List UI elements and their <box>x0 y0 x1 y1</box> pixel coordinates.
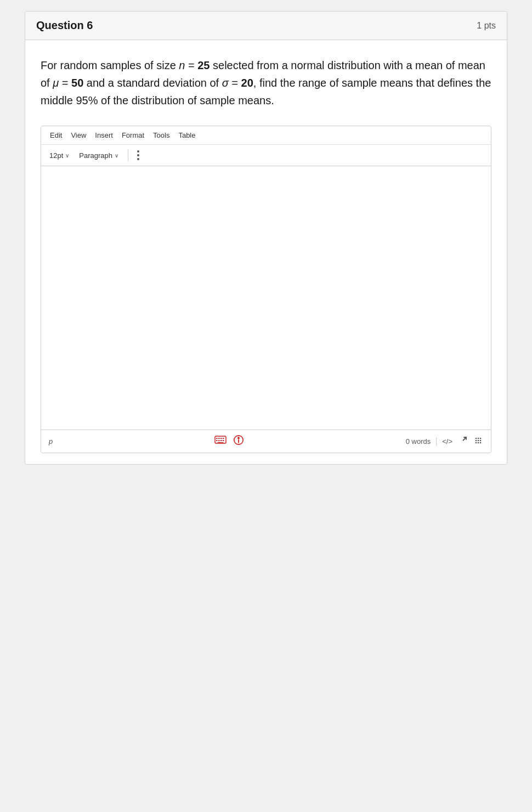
font-size-value: 12pt <box>49 151 63 160</box>
editor-container: Edit View Insert Format Tools Table 12pt… <box>41 126 491 453</box>
menu-format[interactable]: Format <box>118 129 148 141</box>
math-sigma: σ <box>222 77 229 89</box>
svg-rect-7 <box>220 440 222 441</box>
svg-point-17 <box>476 439 477 441</box>
math-mu: μ <box>53 77 59 89</box>
footer-center <box>214 435 244 448</box>
paragraph-value: Paragraph <box>79 151 112 160</box>
question-body: For random samples of size n = 25 select… <box>25 40 507 464</box>
svg-rect-6 <box>218 440 220 441</box>
svg-point-19 <box>480 439 482 441</box>
font-size-chevron: ∨ <box>65 153 69 159</box>
question-header: Question 6 1 pts <box>25 12 507 40</box>
svg-rect-8 <box>223 440 224 441</box>
svg-point-20 <box>476 442 477 443</box>
math-sigma-val: 20 <box>241 77 253 89</box>
svg-rect-1 <box>216 438 218 439</box>
font-size-select[interactable]: 12pt ∨ <box>47 150 72 161</box>
math-n-val: 25 <box>197 59 210 71</box>
dot-3 <box>137 158 139 160</box>
footer-tag: p <box>49 437 53 446</box>
menu-table[interactable]: Table <box>175 129 199 141</box>
svg-rect-5 <box>216 440 218 441</box>
info-icon[interactable] <box>233 435 244 448</box>
svg-rect-3 <box>220 438 222 439</box>
dot-1 <box>137 150 139 153</box>
editor-footer: p <box>41 430 491 453</box>
word-count: 0 words <box>406 437 431 446</box>
question-title: Question 6 <box>36 19 93 32</box>
expand-button[interactable] <box>458 436 468 448</box>
svg-point-14 <box>476 437 477 439</box>
question-text: For random samples of size n = 25 select… <box>41 57 491 109</box>
svg-point-16 <box>480 437 482 439</box>
question-points: 1 pts <box>477 21 496 31</box>
svg-point-18 <box>478 439 479 441</box>
editor-content-area[interactable] <box>41 166 491 430</box>
question-card: Question 6 1 pts For random samples of s… <box>25 11 507 465</box>
math-mu-val: 50 <box>71 77 83 89</box>
footer-divider-1 <box>436 437 437 446</box>
svg-rect-4 <box>223 438 224 439</box>
svg-point-15 <box>478 437 479 439</box>
toolbar-more-button[interactable] <box>135 148 142 162</box>
menu-view[interactable]: View <box>67 129 89 141</box>
svg-rect-9 <box>217 442 223 443</box>
paragraph-chevron: ∨ <box>115 153 118 159</box>
keyboard-icon[interactable] <box>214 436 227 447</box>
svg-point-12 <box>238 437 239 438</box>
editor-menubar: Edit View Insert Format Tools Table <box>41 126 491 144</box>
footer-right: 0 words </> <box>406 436 483 448</box>
menu-tools[interactable]: Tools <box>150 129 173 141</box>
more-options-button[interactable] <box>473 436 483 448</box>
svg-point-21 <box>478 442 479 443</box>
code-view-button[interactable]: </> <box>442 437 452 446</box>
paragraph-select[interactable]: Paragraph ∨ <box>76 150 121 161</box>
dot-2 <box>137 154 139 156</box>
svg-point-22 <box>480 442 482 443</box>
toolbar-divider <box>128 149 128 161</box>
svg-rect-2 <box>218 438 220 439</box>
editor-toolbar: 12pt ∨ Paragraph ∨ <box>41 144 491 166</box>
menu-edit[interactable]: Edit <box>47 129 65 141</box>
menu-insert[interactable]: Insert <box>92 129 116 141</box>
math-n: n <box>179 59 185 71</box>
